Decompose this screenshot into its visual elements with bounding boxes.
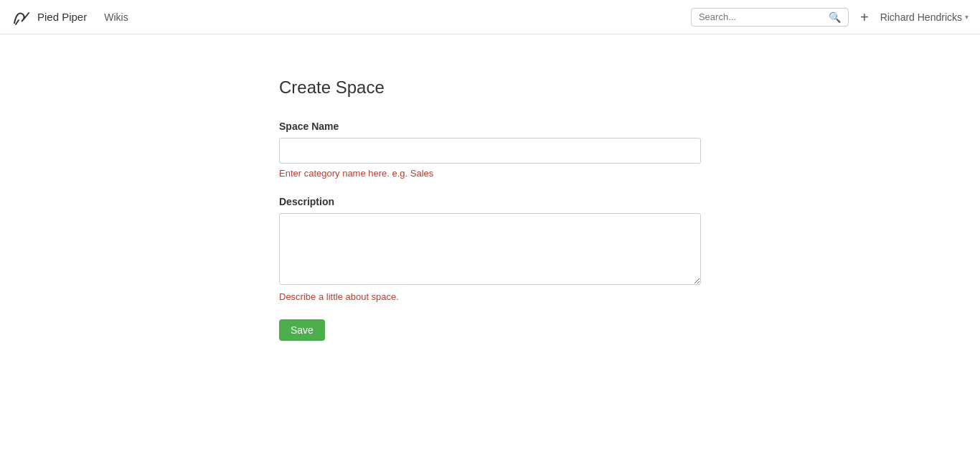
space-name-label: Space Name: [279, 121, 701, 132]
main-content: Create Space Space Name Enter category n…: [0, 34, 980, 341]
description-textarea[interactable]: [279, 213, 701, 285]
chevron-down-icon: ▾: [965, 13, 969, 21]
page-title: Create Space: [279, 77, 701, 98]
brand-name: Pied Piper: [37, 11, 87, 23]
space-name-input[interactable]: [279, 138, 701, 164]
search-input[interactable]: [699, 11, 826, 22]
add-button[interactable]: +: [857, 10, 872, 24]
search-icon: 🔍: [829, 11, 841, 23]
space-name-group: Space Name Enter category name here. e.g…: [279, 121, 701, 179]
user-name: Richard Hendricks: [880, 11, 962, 23]
description-hint: Describe a little about space.: [279, 291, 701, 302]
navbar: Pied Piper Wikis 🔍 + Richard Hendricks ▾: [0, 0, 980, 34]
save-button[interactable]: Save: [279, 319, 325, 341]
description-label: Description: [279, 196, 701, 207]
search-box: 🔍: [691, 8, 849, 27]
space-name-hint: Enter category name here. e.g. Sales: [279, 168, 701, 179]
logo-icon: [11, 7, 32, 27]
user-menu[interactable]: Richard Hendricks ▾: [880, 11, 969, 23]
wikis-link[interactable]: Wikis: [104, 11, 128, 23]
brand-link[interactable]: Pied Piper: [11, 7, 87, 27]
navbar-right: 🔍 + Richard Hendricks ▾: [691, 8, 969, 27]
form-container: Create Space Space Name Enter category n…: [268, 77, 712, 341]
description-group: Description Describe a little about spac…: [279, 196, 701, 302]
